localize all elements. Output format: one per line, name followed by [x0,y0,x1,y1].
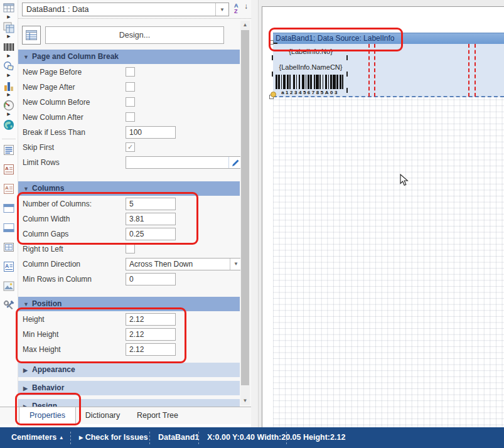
input-number-of-columns[interactable]: 5 [126,198,176,210]
dropdown-column-direction[interactable]: Across Then Down▼ [126,258,242,270]
property-row-height: Height2.12 [18,312,240,327]
section-header-design[interactable]: ▶Design [18,399,240,407]
checkbox-new-column-before[interactable] [126,97,135,107]
design-canvas[interactable]: DataBand1; Data Source: LabelInfo {Label… [251,0,504,427]
statusbar-divider [286,432,287,444]
flyout-arrow-icon[interactable]: ▶ [0,92,18,97]
toolbox-map-button[interactable] [0,117,18,136]
check-for-issues-button[interactable]: ▶ Check for Issues [79,427,148,448]
property-row-new-column-before: New Column Before [18,95,240,110]
panel-scrollbar[interactable]: ▲ ▼ [240,21,250,405]
toolbox-panel-bottom-button[interactable] [0,220,18,239]
text-in-cells-icon [3,241,15,253]
barcode-object[interactable] [276,75,346,89]
section-title: Columns [32,184,64,193]
toolbox-divider [2,139,16,139]
tab-properties[interactable]: Properties [19,407,76,424]
input-break-if-less-than[interactable]: 100 [126,126,176,139]
toolbox-text-in-cells-button[interactable] [0,239,18,259]
toolbox-cross-tab-button[interactable]: ▶ [0,19,18,39]
section-header-position[interactable]: ▼Position [18,297,240,311]
pencil-icon [232,159,240,167]
toolbox-tools-button[interactable] [0,297,18,317]
toolbox-html-text-button[interactable]: A [0,181,18,200]
checkbox-new-page-after[interactable] [126,82,135,92]
panel-splitter[interactable] [251,0,259,427]
section-header-appearance[interactable]: ▶Appearance [18,363,240,377]
image-icon [3,280,15,292]
section-title: Appearance [32,365,75,374]
field-value: Across Then Down [129,259,230,270]
chevron-down-icon[interactable]: ▼ [215,3,228,16]
toolbox-text-button[interactable] [0,142,18,161]
flyout-arrow-icon[interactable]: ▶ [0,53,18,58]
field-value: 2.12 [129,329,175,340]
scroll-down-icon[interactable]: ▼ [240,397,250,405]
resize-tick [272,72,273,77]
input-height[interactable]: 2.12 [126,313,176,326]
input-column-gaps[interactable]: 0.25 [126,228,176,240]
section-header-page-and-column-break[interactable]: ▼Page and Column Break [18,50,240,64]
section-header-columns[interactable]: ▼Columns [18,181,240,196]
checkbox-new-page-before[interactable] [126,67,135,77]
grid-view-icon [25,29,38,41]
scrollbar-thumb[interactable] [241,30,249,385]
field-labelinfo-namecn[interactable]: {LabelInfo.NameCN} [273,63,348,71]
property-row-break-if-less-than: Break if Less Than100 [18,125,240,140]
units-selector[interactable]: Centimeters ▲ [11,427,64,448]
checkbox-new-column-after[interactable] [126,112,135,122]
scroll-up-icon[interactable]: ▲ [240,21,250,29]
flyout-arrow-icon[interactable]: ▶ [0,73,18,78]
toolbox-rich-text-button[interactable]: A [0,161,18,181]
toolbox-gauge-button[interactable]: ▶ [0,97,18,117]
input-max-height[interactable]: 2.12 [126,343,176,356]
flyout-arrow-icon[interactable]: ▶ [0,112,18,117]
checkbox-right-to-left[interactable] [126,244,135,253]
tab-report-tree[interactable]: Report Tree [129,407,186,424]
toolbox-text-object-button[interactable]: A [0,259,18,278]
flyout-arrow-icon[interactable]: ▶ [0,14,18,19]
design-button[interactable]: Design... [45,26,224,44]
property-row-column-width: Column Width3.81 [18,211,240,227]
input-min-rows-in-column[interactable]: 0 [126,273,176,285]
field-value: 5 [129,198,175,210]
label-cell[interactable]: {LabelInfo.No} {LabelInfo.NameCN} a12345… [273,44,348,96]
property-label: Skip First [23,140,54,155]
report-designer-window: ▶▶▶▶▶▶AAA DataBand1 : Data ▼ A Z ↓ Desig… [0,0,504,448]
toolbox-panel-top-button[interactable] [0,200,18,220]
barcode-icon [3,41,15,53]
statusbar-divider [149,432,150,444]
toolbox-chart-button[interactable]: ▶ [0,78,18,97]
flyout-arrow-icon[interactable]: ▶ [0,34,18,39]
toolbox-table-button[interactable]: ▶ [0,0,18,19]
panel-top-icon [3,202,15,215]
tab-dictionary[interactable]: Dictionary [76,407,129,424]
section-title: Design [32,402,57,407]
checkbox-skip-first[interactable]: ✓ [126,142,135,152]
property-label: New Page Before [23,65,82,80]
selection-handle[interactable] [269,40,274,45]
input-min-height[interactable]: 2.12 [126,328,176,341]
toolbox-image-button[interactable] [0,278,18,297]
edit-expression-button[interactable] [228,157,242,168]
property-row-new-page-before: New Page Before [18,65,240,80]
databand-header[interactable]: DataBand1; Data Source: LabelInfo [273,33,504,44]
shape-icon [3,60,15,73]
section-toggle-icon: ▶ [23,400,32,407]
property-label: Column Width [23,211,70,227]
toolbox-barcode-button[interactable]: ▶ [0,39,18,58]
resize-tick [274,43,277,44]
statusbar-divider [70,432,71,444]
property-label: New Page After [23,80,75,95]
toolbox-shape-button[interactable]: ▶ [0,58,18,78]
property-grid-view-button[interactable] [22,26,41,45]
field-labelinfo-no[interactable]: {LabelInfo.No} [273,48,348,55]
az-sort-button[interactable]: A Z ↓ [234,3,249,16]
input-column-width[interactable]: 3.81 [126,213,176,225]
section-header-behavior[interactable]: ▶Behavior [18,381,240,395]
component-selector-dropdown[interactable]: DataBand1 : Data ▼ [22,3,229,16]
column-guide-line [475,44,476,97]
property-label: New Column After [23,110,83,125]
input-limit-rows[interactable] [126,156,242,169]
rich-text-icon: A [3,163,15,176]
